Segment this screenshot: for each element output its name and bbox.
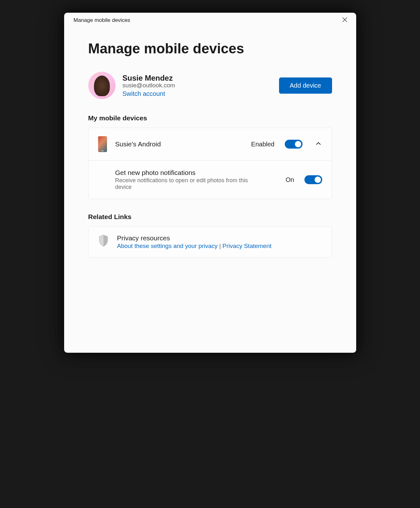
privacy-links: About these settings and your privacy | … <box>117 243 272 250</box>
titlebar: Manage mobile devices <box>64 13 356 28</box>
setting-status-label: On <box>286 176 294 184</box>
page-title: Manage mobile devices <box>88 41 332 57</box>
window-title: Manage mobile devices <box>74 17 130 23</box>
photo-notifications-toggle[interactable] <box>304 175 322 184</box>
settings-window: Manage mobile devices Manage mobile devi… <box>64 13 356 353</box>
switch-account-link[interactable]: Switch account <box>123 90 175 97</box>
phone-icon <box>98 136 107 152</box>
collapse-button[interactable] <box>315 140 322 148</box>
close-button[interactable] <box>341 17 349 24</box>
privacy-card: Privacy resources About these settings a… <box>88 226 332 257</box>
avatar <box>88 72 116 99</box>
shield-icon <box>98 234 109 247</box>
user-email: susie@outlook.com <box>123 82 175 89</box>
close-icon <box>342 17 347 24</box>
chevron-up-icon <box>316 141 321 147</box>
privacy-statement-link[interactable]: Privacy Statement <box>223 243 271 249</box>
content-area: Manage mobile devices Susie Mendez susie… <box>64 28 356 257</box>
device-card: Susie's Android Enabled Get new photo no… <box>88 128 332 199</box>
user-info-block: Susie Mendez susie@outlook.com Switch ac… <box>88 72 175 99</box>
device-name: Susie's Android <box>115 140 243 148</box>
device-setting-row: Get new photo notifications Receive noti… <box>89 161 332 199</box>
setting-text: Get new photo notifications Receive noti… <box>115 169 277 190</box>
related-heading: Related Links <box>88 213 332 221</box>
device-header[interactable]: Susie's Android Enabled <box>89 128 332 161</box>
link-separator: | <box>217 243 223 249</box>
setting-description: Receive notifications to open or edit ph… <box>115 177 255 190</box>
device-status-label: Enabled <box>251 141 274 148</box>
setting-title: Get new photo notifications <box>115 169 277 177</box>
add-device-button[interactable]: Add device <box>279 77 332 94</box>
user-row: Susie Mendez susie@outlook.com Switch ac… <box>88 72 332 99</box>
user-info: Susie Mendez susie@outlook.com Switch ac… <box>123 74 175 97</box>
user-name: Susie Mendez <box>123 74 175 83</box>
device-enable-toggle[interactable] <box>285 140 303 149</box>
privacy-about-link[interactable]: About these settings and your privacy <box>117 243 218 249</box>
privacy-title: Privacy resources <box>117 234 272 242</box>
devices-heading: My mobile devices <box>88 114 332 122</box>
privacy-text: Privacy resources About these settings a… <box>117 234 272 250</box>
